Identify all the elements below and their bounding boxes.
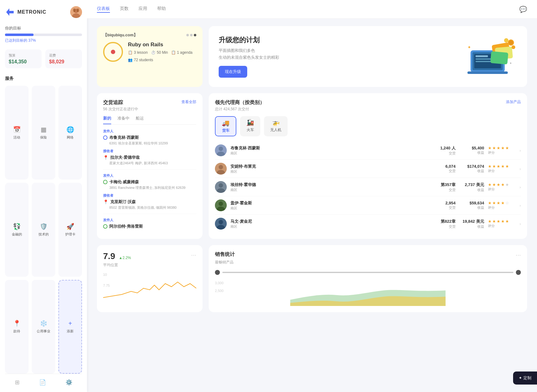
category-tabs: 🚚 货车 🚂 火车 🚁 无人机 bbox=[215, 116, 521, 136]
service-reception[interactable]: 📍 款待 bbox=[5, 280, 29, 374]
delivery-item-1: 发件人 布鲁克林·西蒙斯 6391 埃尔全圣塞莱斯, 特拉华州 10299 接收… bbox=[103, 129, 196, 170]
svg-marker-0 bbox=[6, 8, 14, 16]
nav-help[interactable]: 帮助 bbox=[157, 6, 166, 13]
cat-train[interactable]: 🚂 火车 bbox=[240, 116, 260, 136]
cat-truck[interactable]: 🚚 货车 bbox=[215, 116, 236, 136]
agent-arrow-5[interactable]: › bbox=[520, 221, 521, 226]
service-public[interactable]: ❄️ 公用事业 bbox=[32, 280, 55, 374]
tech-icon: 🛡️ bbox=[40, 223, 48, 230]
agent-row-1: 布鲁克林·西蒙斯 南区 1,240 人 交货 $5,400 收益 bbox=[215, 141, 521, 160]
tab-preparing[interactable]: 准备中 bbox=[117, 116, 130, 124]
service-care[interactable]: 🚀 护理卡 bbox=[58, 183, 82, 276]
dot-2 bbox=[190, 34, 193, 36]
service-add[interactable]: + 添新 bbox=[58, 280, 82, 374]
agent-info-1: 布鲁克林·西蒙斯 南区 bbox=[230, 145, 430, 156]
delivery-title: 交货追踪 bbox=[103, 99, 123, 106]
upgrade-desc: 平面插图和我们多色 生动的未混合紫色头发女士的精彩 bbox=[219, 47, 279, 61]
svg-point-35 bbox=[219, 220, 223, 224]
upgrade-button[interactable]: 现在升级 bbox=[219, 66, 247, 78]
course-dots bbox=[186, 34, 196, 36]
sales-stats-card: 销售统计 ··· 最畅销产品 3,000 2,500 bbox=[209, 245, 527, 312]
user-avatar[interactable] bbox=[70, 6, 82, 18]
agent-revenue-1: $5,400 收益 bbox=[459, 146, 484, 155]
course-students: 👥 72 students bbox=[128, 58, 153, 62]
nav-apps[interactable]: 应用 bbox=[139, 6, 147, 13]
agent-row-5: 马文·麦金尼 南区 第822章 交货 19,842 美元 收益 bbox=[215, 215, 521, 233]
sender-name-2: 卡梅伦·威廉姆森 bbox=[103, 179, 196, 185]
sender-label-3: 发件人 bbox=[103, 218, 196, 222]
course-circle bbox=[103, 42, 123, 62]
slider-fill bbox=[222, 272, 513, 273]
agents-title: 领先代理商（按类别） bbox=[215, 99, 265, 106]
agent-region-1: 南区 bbox=[230, 151, 430, 156]
sender-name-3: 阿尔伯特·弗洛雷斯 bbox=[103, 224, 196, 229]
svg-point-29 bbox=[219, 183, 223, 188]
agent-rating-2: ★★★★★ 评分 bbox=[488, 164, 516, 173]
svg-text:✦: ✦ bbox=[467, 45, 471, 50]
agent-name-3: 埃丝特·霍华德 bbox=[230, 182, 430, 188]
slider-thumb-right[interactable] bbox=[516, 270, 521, 275]
nav-dashboard[interactable]: 仪表板 bbox=[97, 6, 110, 13]
receiver-pin-1: 📍 bbox=[103, 155, 108, 160]
sender-addr-2: 3891 Ranchview 理查森博士, 加利福尼亚州 62639 bbox=[109, 185, 196, 190]
agent-arrow-2[interactable]: › bbox=[520, 166, 521, 171]
service-tech[interactable]: 🛡️ 技术的 bbox=[32, 183, 55, 276]
sales-dots[interactable]: ··· bbox=[516, 251, 521, 258]
add-product-button[interactable]: 添加产品 bbox=[506, 99, 521, 105]
receiver-addr-2: 8502 普雷斯顿路, 英格尔伍德, 缅因州 98380 bbox=[109, 205, 196, 210]
agent-revenue-4: $59,634 收益 bbox=[459, 201, 484, 210]
sidebar: METRONIC 你的目标 已达到目标的 37% 预算 $14,350 花费 $… bbox=[0, 0, 87, 392]
logo: METRONIC bbox=[5, 7, 46, 17]
cat-drone[interactable]: 🚁 无人机 bbox=[264, 116, 288, 136]
truck-icon: 🚚 bbox=[222, 119, 230, 127]
tab-new[interactable]: 新的 bbox=[103, 116, 111, 124]
row-3: 7.9 ▲2.2% ··· 平均位置 10 7.75 bbox=[97, 245, 527, 312]
delivery-card: 交货追踪 查看全部 56 次交付正在进行中 新的 准备中 船运 发件人 bbox=[97, 93, 203, 239]
slider-thumb-left[interactable] bbox=[215, 270, 220, 275]
service-insurance[interactable]: ▦ 保险 bbox=[32, 86, 55, 180]
goal-label: 你的目标 bbox=[5, 25, 82, 31]
agent-name-1: 布鲁克林·西蒙斯 bbox=[230, 145, 430, 151]
goal-percent: 已达到目标的 37% bbox=[5, 38, 82, 43]
settings-icon[interactable]: ⚙️ bbox=[66, 379, 72, 386]
agent-arrow-3[interactable]: › bbox=[520, 185, 521, 189]
file-icon[interactable]: 📄 bbox=[39, 379, 46, 386]
delivery-item-2: 发件人 卡梅伦·威廉姆森 3891 Ranchview 理查森博士, 加利福尼亚… bbox=[103, 173, 196, 214]
progress-bar-fill bbox=[5, 34, 34, 36]
service-network[interactable]: 🌐 网络 bbox=[58, 86, 82, 180]
sales-chart: 3,000 2,500 bbox=[215, 281, 521, 306]
course-duration: ⏱️ 50 Min bbox=[151, 50, 168, 55]
budget-label: 预算 bbox=[9, 53, 38, 58]
agent-name-5: 马文·麦金尼 bbox=[230, 219, 430, 224]
upgrade-title: 升级您的计划 bbox=[219, 35, 279, 45]
tab-shipping[interactable]: 船运 bbox=[136, 116, 144, 124]
avg-label: 平均位置 bbox=[103, 262, 196, 268]
agent-row-2: 安妮特·布莱克 南区 6,074 交货 $174,074 收益 bbox=[215, 160, 521, 178]
finance-icon: 💱 bbox=[13, 223, 21, 230]
layers-icon[interactable]: ⊞ bbox=[15, 379, 20, 386]
avg-dots[interactable]: ··· bbox=[191, 251, 196, 258]
public-label: 公用事业 bbox=[37, 329, 50, 334]
service-finance[interactable]: 💱 金融的 bbox=[5, 183, 29, 276]
agent-arrow-1[interactable]: › bbox=[520, 148, 521, 153]
svg-rect-11 bbox=[476, 61, 491, 62]
customize-button[interactable]: ✦ 定制 bbox=[513, 371, 537, 385]
sidebar-header: METRONIC bbox=[5, 6, 82, 18]
view-all-button[interactable]: 查看全部 bbox=[181, 99, 196, 105]
agent-transactions-1: 1,240 人 交货 bbox=[434, 145, 456, 156]
brand-name: METRONIC bbox=[17, 9, 46, 15]
sales-subtitle: 最畅销产品 bbox=[215, 260, 521, 265]
dot-1 bbox=[186, 34, 189, 36]
nav-pages[interactable]: 页数 bbox=[120, 6, 129, 13]
agent-region-5: 南区 bbox=[230, 224, 430, 229]
service-activity[interactable]: 📅 活动 bbox=[5, 86, 29, 180]
chat-icon[interactable]: 💬 bbox=[519, 6, 527, 13]
avg-chart-svg bbox=[103, 273, 196, 301]
delivery-tabs: 新的 准备中 船运 bbox=[103, 116, 196, 125]
delivery-item-3: 发件人 阿尔伯特·弗洛雷斯 bbox=[103, 218, 196, 229]
main-content: 仪表板 页数 应用 帮助 💬 【biqubiqu.com】 bbox=[87, 0, 537, 392]
svg-point-5 bbox=[77, 8, 79, 12]
sender-addr-1: 6391 埃尔全圣塞莱斯, 特拉华州 10299 bbox=[109, 141, 196, 146]
agent-arrow-4[interactable]: › bbox=[520, 203, 521, 208]
receiver-label-1: 接收者 bbox=[103, 149, 196, 153]
